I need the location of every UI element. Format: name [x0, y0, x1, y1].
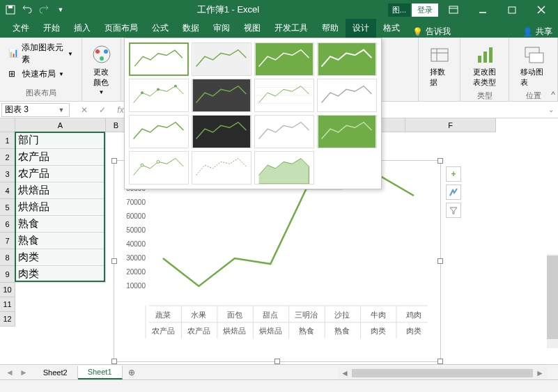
- tab-help[interactable]: 帮助: [315, 19, 346, 38]
- chart-style-5[interactable]: [129, 79, 189, 112]
- col-header-F[interactable]: F: [405, 118, 496, 132]
- undo-button[interactable]: [20, 2, 35, 17]
- col-header-A[interactable]: A: [15, 118, 106, 132]
- row-header-2[interactable]: 2: [0, 149, 15, 166]
- chart-style-3[interactable]: [254, 42, 314, 76]
- chart-style-10[interactable]: [192, 115, 251, 148]
- tab-file[interactable]: 文件: [6, 19, 36, 38]
- chart-style-9[interactable]: [129, 115, 189, 148]
- login-button[interactable]: 登录: [412, 3, 438, 17]
- row-header-6[interactable]: 6: [0, 216, 15, 233]
- row-header-11[interactable]: 11: [0, 297, 15, 312]
- svg-text:鸡肉: 鸡肉: [405, 311, 421, 319]
- row-header-3[interactable]: 3: [0, 166, 15, 182]
- tab-format[interactable]: 格式: [376, 19, 407, 38]
- tab-home[interactable]: 开始: [36, 19, 67, 38]
- collapse-ribbon-button[interactable]: ^: [551, 90, 555, 100]
- tab-review[interactable]: 审阅: [206, 19, 237, 38]
- cell-A2[interactable]: 农产品: [15, 149, 106, 166]
- cell-A9[interactable]: 肉类: [15, 266, 106, 283]
- tab-design[interactable]: 设计: [346, 19, 376, 38]
- row-header-5[interactable]: 5: [0, 199, 15, 216]
- svg-text:面包: 面包: [227, 311, 242, 319]
- tab-data[interactable]: 数据: [176, 19, 206, 38]
- horizontal-scrollbar[interactable]: ◄ ►: [338, 367, 547, 379]
- change-color-button[interactable]: 更改颜色▼: [88, 40, 115, 98]
- sheet-nav-next[interactable]: ►: [20, 368, 28, 377]
- row-header-7[interactable]: 7: [0, 233, 15, 249]
- row-header-4[interactable]: 4: [0, 182, 15, 199]
- chart-style-2[interactable]: [192, 42, 251, 76]
- chart-elements-button[interactable]: +: [446, 166, 461, 182]
- cell-A4[interactable]: 烘焙品: [15, 182, 106, 199]
- chart-style-14[interactable]: [192, 151, 251, 185]
- add-sheet-button[interactable]: ⊕: [123, 368, 141, 377]
- svg-point-24: [157, 88, 160, 91]
- name-box[interactable]: 图表 3 ▼: [1, 103, 70, 117]
- tell-me[interactable]: 💡告诉我: [412, 26, 451, 38]
- svg-rect-16: [483, 52, 487, 63]
- chart-filter-button[interactable]: [446, 203, 461, 218]
- minimize-button[interactable]: [469, 0, 497, 19]
- chart-plot: 1000020000300004000050000600007000080000…: [114, 161, 442, 363]
- cell-A5[interactable]: 烘焙品: [15, 199, 106, 216]
- chart-style-15[interactable]: [254, 151, 314, 185]
- namebox-dropdown[interactable]: ▼: [56, 107, 66, 113]
- quick-layout-button[interactable]: ⊞快速布局▼: [6, 67, 76, 81]
- chart-style-8[interactable]: [317, 79, 377, 112]
- svg-text:70000: 70000: [126, 198, 146, 206]
- cancel-formula-button[interactable]: ✕: [78, 105, 91, 115]
- add-chart-element-button[interactable]: 📊添加图表元素▼: [6, 40, 76, 67]
- save-button[interactable]: [3, 2, 18, 17]
- chart-style-7[interactable]: [254, 79, 314, 112]
- svg-rect-30: [193, 116, 250, 148]
- cell-A6[interactable]: 熟食: [15, 216, 106, 233]
- group-label-layout: 图表布局: [6, 88, 76, 98]
- chart-style-12[interactable]: [317, 115, 377, 148]
- chart-style-11[interactable]: [254, 115, 314, 148]
- expand-formula-bar[interactable]: ⌄: [544, 106, 558, 113]
- chart-style-1[interactable]: [129, 42, 189, 76]
- tab-insert[interactable]: 插入: [67, 19, 98, 38]
- redo-button[interactable]: [36, 2, 52, 17]
- sheet-tab-sheet1[interactable]: Sheet1: [78, 366, 123, 379]
- svg-rect-21: [256, 43, 313, 75]
- row-header-8[interactable]: 8: [0, 249, 15, 266]
- tab-dev[interactable]: 开发工具: [268, 19, 315, 38]
- enter-formula-button[interactable]: ✓: [96, 105, 109, 115]
- vertical-scrollbar[interactable]: [547, 254, 558, 348]
- row-header-12[interactable]: 12: [0, 312, 15, 327]
- cell-A3[interactable]: 农产品: [15, 166, 106, 182]
- svg-text:20000: 20000: [126, 268, 146, 276]
- cell-A1[interactable]: 部门: [15, 132, 106, 149]
- svg-point-25: [174, 85, 177, 88]
- change-chart-type-button[interactable]: 更改图表类型: [466, 40, 503, 91]
- chart-styles-button[interactable]: [446, 185, 461, 200]
- ribbon-options-button[interactable]: [440, 0, 467, 19]
- sheet-tab-sheet2[interactable]: Sheet2: [33, 366, 78, 379]
- select-data-button[interactable]: 择数据: [424, 40, 454, 91]
- tab-layout[interactable]: 页面布局: [98, 19, 145, 38]
- embedded-chart[interactable]: 1000020000300004000050000600007000080000…: [114, 160, 441, 362]
- maximize-button[interactable]: [498, 0, 526, 19]
- svg-rect-31: [318, 116, 375, 148]
- close-button[interactable]: [527, 0, 555, 19]
- cell-A7[interactable]: 熟食: [15, 233, 106, 249]
- chart-style-13[interactable]: [129, 151, 189, 185]
- cell-A8[interactable]: 肉类: [15, 249, 106, 266]
- sheet-nav-prev[interactable]: ◄: [6, 368, 14, 377]
- row-header-9[interactable]: 9: [0, 266, 15, 283]
- tab-view[interactable]: 视图: [237, 19, 268, 38]
- tab-formula[interactable]: 公式: [145, 19, 176, 38]
- move-chart-button[interactable]: 移动图表: [515, 40, 552, 91]
- chart-style-4[interactable]: [317, 42, 377, 76]
- select-all-corner[interactable]: [0, 118, 15, 132]
- row-header-1[interactable]: 1: [0, 132, 15, 149]
- qat-dropdown[interactable]: ▼: [53, 2, 68, 17]
- svg-rect-17: [489, 47, 493, 63]
- chart-element-icon: 📊: [8, 48, 19, 59]
- chart-style-6[interactable]: [192, 79, 251, 112]
- svg-rect-15: [478, 56, 481, 63]
- share-button[interactable]: 👤共享: [522, 26, 552, 38]
- row-header-10[interactable]: 10: [0, 283, 15, 297]
